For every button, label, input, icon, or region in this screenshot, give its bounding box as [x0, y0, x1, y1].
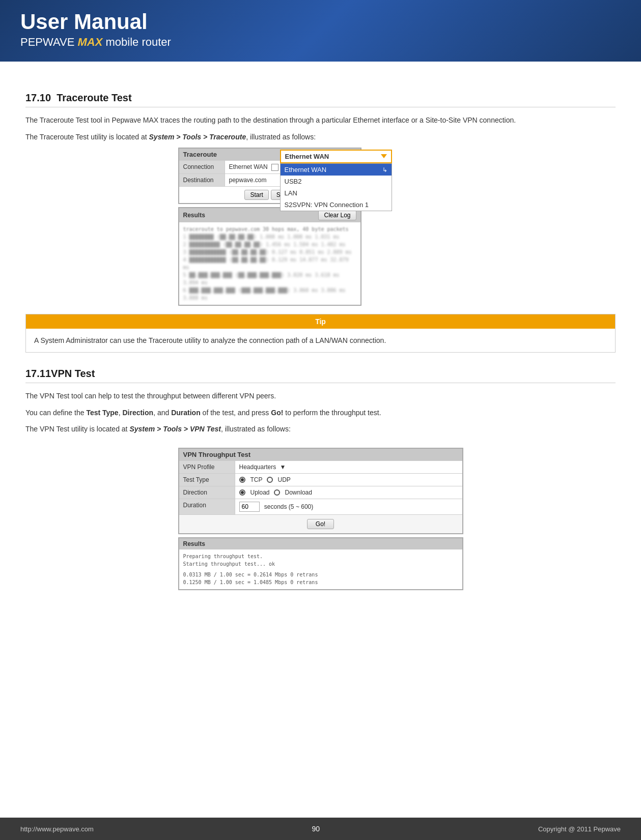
tip-content: A System Administrator can use the Trace…: [26, 329, 615, 352]
section-17-10-desc1: The Traceroute Test tool in Pepwave MAX …: [25, 114, 616, 126]
tcp-radio[interactable]: [239, 477, 245, 483]
trace-line-6: 6 ███.███.███.███ (███.███.███.███) 3.86…: [183, 286, 356, 302]
manual-subtitle: PEPWAVE MAX mobile router: [20, 36, 621, 49]
vpn-result-line-3: 0.0313 MB / 1.00 sec = 0.2614 Mbps 0 ret…: [183, 571, 458, 578]
tip-box: Tip A System Administrator can use the T…: [25, 314, 616, 353]
subtitle-suffix: mobile router: [102, 36, 171, 48]
section-17-11-desc1: The VPN Test tool can help to test the t…: [25, 390, 616, 401]
results-content: traceroute to pepwave.com 30 hops max, 4…: [179, 222, 360, 305]
test-type-value: TCP UDP: [235, 474, 462, 486]
vpn-table-header: VPN Throughput Test: [179, 449, 462, 460]
section-17-11-desc2: You can define the Test Type, Direction,…: [25, 407, 616, 418]
dropdown-item-lan[interactable]: LAN: [281, 187, 392, 199]
section-17-11-heading: 17.11VPN Test: [25, 368, 616, 383]
dropdown-item-s2svpn[interactable]: S2SVPN: VPN Connection 1: [281, 199, 392, 211]
connection-icon: [271, 164, 278, 171]
direction-radio-group: Upload Download: [239, 489, 458, 496]
tip-header: Tip: [26, 314, 615, 329]
upload-radio[interactable]: [239, 489, 245, 496]
trace-line-1: 1 ████████ (██.██.██.██) 1.008 ms 1.008 …: [183, 233, 356, 241]
vpn-result-line-1: Preparing throughput test.: [183, 553, 458, 560]
trace-line-5: 5 ██.███.███.███ (██.███.███.███) 3.020 …: [183, 271, 356, 286]
duration-input[interactable]: [239, 502, 260, 512]
manual-title: User Manual: [20, 10, 621, 34]
dropdown-item-usb2[interactable]: USB2: [281, 176, 392, 187]
vpn-form: VPN Throughput Test VPN Profile Headquar…: [178, 448, 463, 534]
direction-value: Upload Download: [235, 486, 462, 499]
vpn-direction-row: Direction Upload Download: [179, 486, 462, 499]
vpn-profile-label: VPN Profile: [179, 461, 235, 473]
udp-label: UDP: [278, 476, 291, 483]
duration-hint: seconds (5 ~ 600): [264, 503, 313, 510]
dropdown-selected-value[interactable]: Ethernet WAN: [280, 150, 392, 163]
main-content: 17.10 Traceroute Test The Traceroute Tes…: [0, 62, 641, 624]
duration-label: Duration: [179, 499, 235, 514]
clear-log-button[interactable]: Clear Log: [318, 210, 356, 220]
vpn-buttons: Go!: [179, 514, 462, 533]
vpn-screenshot: VPN Throughput Test VPN Profile Headquar…: [25, 440, 616, 598]
traceroute-screenshot: Traceroute Connection Ethernet WAN Desti…: [25, 148, 616, 306]
trace-line-4: 4 ████████████ (██.██.██.██) 0.129 ms 14…: [183, 256, 356, 271]
direction-label: Direction: [179, 486, 235, 499]
section-17-10-heading: 17.10 Traceroute Test: [25, 92, 616, 107]
trace-line-2: 2 ██████████ (██.██.██.██) 1.456 ms 1.50…: [183, 241, 356, 248]
dropdown-list: Ethernet WAN ↳ USB2 LAN S2SVPN: VPN Conn…: [280, 163, 392, 211]
footer-page-number: 90: [312, 825, 320, 833]
vpn-result-line-4: 0.1250 MB / 1.00 sec = 1.0485 Mbps 0 ret…: [183, 578, 458, 586]
vpn-results-header: Results: [179, 538, 462, 549]
traceroute-results: Results Clear Log traceroute to pepwave.…: [178, 207, 361, 306]
vpn-result-line-2: Starting throughput test... ok: [183, 560, 458, 568]
dropdown-item-ethernet-wan[interactable]: Ethernet WAN ↳: [281, 164, 392, 176]
vpn-container: VPN Throughput Test VPN Profile Headquar…: [178, 448, 463, 590]
page-footer: http://www.pepwave.com 90 Copyright @ 20…: [0, 818, 641, 840]
vpn-test-type-row: Test Type TCP UDP: [179, 473, 462, 486]
test-type-label: Test Type: [179, 474, 235, 486]
subtitle-prefix: PEPWAVE: [20, 36, 77, 48]
section-17-10: 17.10 Traceroute Test The Traceroute Tes…: [25, 92, 616, 353]
vpn-profile-value: Headquarters ▼: [235, 461, 462, 473]
footer-left: http://www.pepwave.com: [20, 825, 94, 833]
tcp-label: TCP: [250, 476, 263, 483]
vpn-results: Results Preparing throughput test. Start…: [178, 537, 463, 590]
vpn-results-content: Preparing throughput test. Starting thro…: [179, 549, 462, 589]
go-button[interactable]: Go!: [307, 519, 334, 529]
page-header: User Manual PEPWAVE MAX mobile router: [0, 0, 641, 62]
section-17-11-desc3: The VPN Test utility is located at Syste…: [25, 423, 616, 435]
ethernet-wan-dropdown[interactable]: Ethernet WAN Ethernet WAN ↳ USB2 LAN S2S…: [280, 150, 392, 211]
test-type-radio-group: TCP UDP: [239, 476, 458, 483]
trace-line-3: 3 ████████████ (██.██.██.██) 0.127 ms 0.…: [183, 248, 356, 256]
download-label: Download: [285, 489, 312, 496]
duration-value: seconds (5 ~ 600): [235, 499, 462, 514]
trace-line-0: traceroute to pepwave.com 30 hops max, 4…: [183, 225, 356, 233]
section-17-11: 17.11VPN Test The VPN Test tool can help…: [25, 368, 616, 598]
footer-right: Copyright @ 2011 Pepwave: [538, 825, 621, 833]
subtitle-max: MAX: [77, 36, 102, 48]
section-17-10-desc2: The Traceroute Test utility is located a…: [25, 131, 616, 142]
cursor-icon: ↳: [382, 166, 387, 173]
vpn-duration-row: Duration seconds (5 ~ 600): [179, 499, 462, 514]
dropdown-arrow-icon: [381, 154, 387, 158]
upload-label: Upload: [250, 489, 270, 496]
udp-radio[interactable]: [267, 477, 273, 483]
profile-dropdown-arrow[interactable]: ▼: [280, 464, 286, 471]
traceroute-area: Traceroute Connection Ethernet WAN Desti…: [178, 148, 463, 306]
start-button[interactable]: Start: [244, 190, 268, 200]
vpn-profile-row: VPN Profile Headquarters ▼: [179, 460, 462, 473]
connection-label: Connection: [179, 161, 225, 173]
download-radio[interactable]: [274, 489, 280, 496]
destination-label: Destination: [179, 174, 225, 186]
